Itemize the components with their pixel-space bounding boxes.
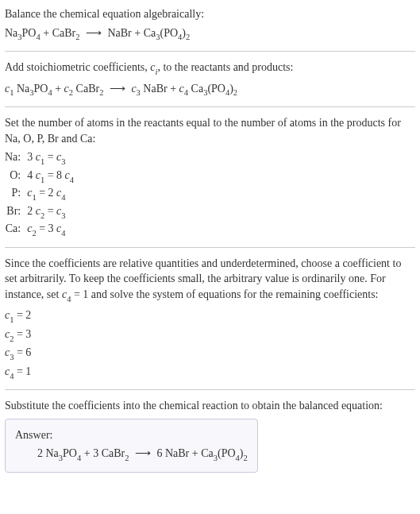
solve-text: Since the coefficients are relative quan… bbox=[5, 256, 415, 305]
reactant-2: CaBr2 bbox=[52, 27, 80, 39]
atom-row-p: P: c1 = 2 c4 bbox=[5, 185, 74, 203]
atom-row-o: O: 4 c1 = 8 c4 bbox=[5, 168, 74, 185]
atom-label: Ca: bbox=[5, 221, 27, 238]
atom-equation: 2 c2 = c3 bbox=[27, 203, 74, 221]
product-2: Ca3(PO4)2 bbox=[144, 27, 191, 39]
arrow-icon-2: ⟶ bbox=[110, 81, 125, 97]
atom-equation: c1 = 2 c4 bbox=[27, 185, 74, 203]
atom-row-br: Br: 2 c2 = c3 bbox=[5, 203, 74, 221]
balanced-equation: 2 Na3PO4 + 3 CaBr2 ⟶ 6 NaBr + Ca3(PO4)2 bbox=[15, 446, 248, 463]
substitute-section: Substitute the coefficients into the che… bbox=[5, 398, 415, 473]
atom-label: O: bbox=[5, 168, 27, 185]
atom-equations: Na: 3 c1 = c3 O: 4 c1 = 8 c4 P: c1 = 2 c… bbox=[5, 149, 74, 238]
atoms-text: Set the number of atoms in the reactants… bbox=[5, 115, 415, 146]
plus-2: + bbox=[132, 27, 144, 39]
answer-label: Answer: bbox=[15, 427, 248, 443]
reactant-1: Na3PO4 bbox=[5, 27, 40, 39]
ans-reactant-2: CaBr2 bbox=[102, 447, 129, 459]
substitute-text: Substitute the coefficients into the che… bbox=[5, 398, 415, 414]
atom-equation: c2 = 3 c4 bbox=[27, 221, 74, 238]
reactant-2b: CaBr2 bbox=[76, 83, 104, 95]
atom-equation: 4 c1 = 8 c4 bbox=[27, 168, 74, 185]
arrow-icon-3: ⟶ bbox=[135, 446, 151, 462]
atom-label: P: bbox=[5, 185, 27, 203]
product-1: NaBr bbox=[107, 27, 131, 39]
product-1b: NaBr bbox=[143, 83, 167, 95]
atom-row-ca: Ca: c2 = 3 c4 bbox=[5, 221, 74, 238]
product-2b: Ca3(PO4)2 bbox=[191, 83, 238, 95]
intro-text: Balance the chemical equation algebraica… bbox=[5, 6, 415, 22]
plus-1: + bbox=[40, 27, 52, 39]
divider bbox=[5, 247, 415, 248]
atoms-section: Set the number of atoms in the reactants… bbox=[5, 115, 415, 239]
intro-section: Balance the chemical equation algebraica… bbox=[5, 6, 415, 43]
stoich-section: Add stoichiometric coefficients, ci, to … bbox=[5, 60, 415, 99]
atom-label: Na: bbox=[5, 149, 27, 167]
atom-label: Br: bbox=[5, 203, 27, 221]
ans-product-1: NaBr bbox=[165, 447, 189, 459]
solution-c1: c1 = 2 bbox=[5, 307, 415, 325]
solution-c2: c2 = 3 bbox=[5, 327, 415, 344]
stoich-text: Add stoichiometric coefficients, ci, to … bbox=[5, 60, 415, 77]
stoich-equation: c1 Na3PO4 + c2 CaBr2 ⟶ c3 NaBr + c4 Ca3(… bbox=[5, 81, 415, 99]
arrow-icon: ⟶ bbox=[86, 25, 102, 41]
divider bbox=[5, 106, 415, 107]
solution-c3: c3 = 6 bbox=[5, 345, 415, 362]
atom-equation: 3 c1 = c3 bbox=[27, 149, 74, 167]
ans-product-2: Ca3(PO4)2 bbox=[201, 447, 248, 459]
answer-box: Answer: 2 Na3PO4 + 3 CaBr2 ⟶ 6 NaBr + Ca… bbox=[5, 419, 258, 473]
unbalanced-equation: Na3PO4 + CaBr2 ⟶ NaBr + Ca3(PO4)2 bbox=[5, 25, 415, 43]
divider bbox=[5, 389, 415, 390]
solution-c4: c4 = 1 bbox=[5, 364, 415, 381]
reactant-1b: Na3PO4 bbox=[17, 83, 52, 95]
ans-reactant-1: Na3PO4 bbox=[46, 447, 82, 459]
divider bbox=[5, 51, 415, 52]
solution-list: c1 = 2 c2 = 3 c3 = 6 c4 = 1 bbox=[5, 307, 415, 381]
atom-row-na: Na: 3 c1 = c3 bbox=[5, 149, 74, 167]
solve-section: Since the coefficients are relative quan… bbox=[5, 256, 415, 382]
